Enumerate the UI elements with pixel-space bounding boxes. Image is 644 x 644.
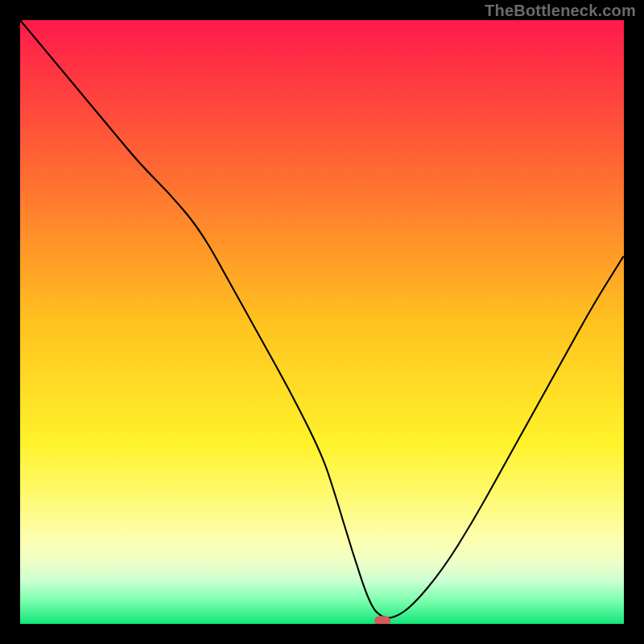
gradient-background: [20, 20, 624, 624]
plot-area: [20, 20, 624, 624]
chart-stage: TheBottleneck.com: [0, 0, 644, 644]
optimal-marker: [374, 616, 390, 624]
watermark-text: TheBottleneck.com: [485, 2, 636, 20]
chart-svg: [20, 20, 624, 624]
